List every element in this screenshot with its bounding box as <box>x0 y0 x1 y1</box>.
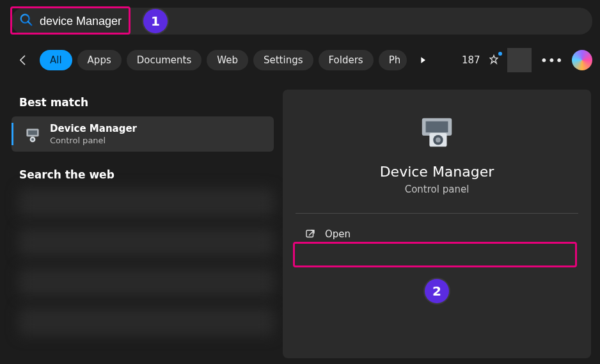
filter-web[interactable]: Web <box>207 50 248 70</box>
image-thumbnail[interactable] <box>507 48 532 72</box>
open-label: Open <box>325 228 351 240</box>
svg-line-1 <box>28 22 32 26</box>
details-title: Device Manager <box>380 164 494 180</box>
open-action[interactable]: Open <box>296 223 578 246</box>
annotation-step-2: 2 <box>425 279 449 303</box>
open-external-icon <box>304 228 316 240</box>
svg-rect-7 <box>426 122 448 132</box>
svg-rect-3 <box>28 130 37 134</box>
rewards-icon[interactable] <box>487 53 501 67</box>
selection-accent <box>12 123 13 145</box>
search-bar[interactable] <box>12 8 592 35</box>
svg-point-5 <box>31 138 34 140</box>
search-web-heading: Search the web <box>19 168 274 181</box>
divider <box>296 213 578 214</box>
details-subtitle: Control panel <box>405 184 470 195</box>
list-item <box>19 228 274 257</box>
filter-folders[interactable]: Folders <box>319 50 374 70</box>
annotation-step-1: 1 <box>143 9 168 33</box>
search-input[interactable] <box>40 15 296 28</box>
search-icon <box>19 13 33 29</box>
list-item <box>19 189 274 217</box>
filter-all[interactable]: All <box>40 50 72 70</box>
filter-documents[interactable]: Documents <box>127 50 202 70</box>
list-item <box>19 308 274 336</box>
web-results-blurred <box>12 189 274 336</box>
more-button[interactable]: ••• <box>538 52 565 68</box>
results-panel: Best match Device Manager Control panel … <box>12 90 274 347</box>
best-match-item[interactable]: Device Manager Control panel <box>12 116 274 152</box>
result-count: 187 <box>462 54 480 66</box>
best-match-title: Device Manager <box>50 123 137 134</box>
back-button[interactable] <box>12 49 35 72</box>
filter-photos[interactable]: Ph <box>379 50 407 70</box>
best-match-text: Device Manager Control panel <box>50 123 137 145</box>
device-manager-icon <box>23 125 42 144</box>
scroll-right-icon[interactable] <box>413 51 432 70</box>
details-panel: Device Manager Control panel Open <box>283 90 591 358</box>
best-match-heading: Best match <box>19 96 274 109</box>
svg-rect-11 <box>306 230 313 237</box>
filter-settings[interactable]: Settings <box>253 50 313 70</box>
filter-toolbar: All Apps Documents Web Settings Folders … <box>12 47 592 73</box>
best-match-subtitle: Control panel <box>50 136 137 145</box>
device-manager-large-icon <box>417 115 457 151</box>
svg-point-10 <box>436 138 441 143</box>
list-item <box>19 268 274 296</box>
toolbar-right: 187 ••• <box>462 48 592 72</box>
filter-apps[interactable]: Apps <box>77 50 122 70</box>
copilot-icon[interactable] <box>572 50 592 70</box>
